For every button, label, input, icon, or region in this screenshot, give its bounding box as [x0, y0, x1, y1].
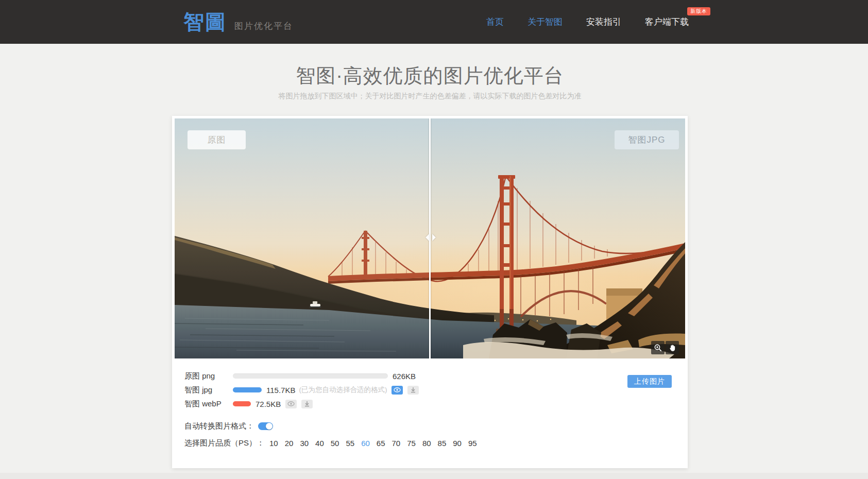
file-size: 115.7KB — [266, 386, 295, 395]
download-icon — [410, 387, 416, 393]
quality-option-40[interactable]: 40 — [315, 439, 324, 448]
main-card: 原图 智图JPG — [172, 116, 688, 468]
preview-jpg-button[interactable] — [392, 386, 403, 395]
download-webp-button[interactable] — [301, 400, 313, 408]
nav-item-about[interactable]: 关于智图 — [527, 16, 563, 28]
format-label: 原图 png — [184, 371, 233, 381]
nav-item-client-download[interactable]: 客户端下载 新版本 — [645, 16, 689, 28]
compare-slider-handle[interactable] — [429, 118, 431, 358]
quality-options: 10 20 30 40 50 55 60 65 70 75 80 85 90 9… — [269, 439, 477, 448]
auto-format-note: (已为您自动选择合适的格式) — [299, 385, 387, 395]
image-compare-dropzone[interactable]: 原图 智图JPG — [175, 118, 685, 358]
original-image-label: 原图 — [188, 130, 246, 149]
magnifier-plus-icon — [654, 344, 662, 352]
quality-option-60-selected[interactable]: 60 — [361, 439, 370, 448]
main-nav: 首页 关于智图 安装指引 客户端下载 新版本 — [486, 0, 689, 44]
toggle-knob — [266, 423, 273, 430]
download-jpg-button[interactable] — [407, 386, 419, 395]
page-subtitle: 将图片拖放到下图区域中；关于对比图片时产生的色差偏差，请以实际下载的图片色差对比… — [172, 92, 688, 101]
file-size: 72.5KB — [256, 400, 281, 408]
auto-convert-row: 自动转换图片格式： — [184, 421, 273, 431]
logo[interactable]: 智圖 图片优化平台 — [183, 0, 293, 44]
auto-convert-label: 自动转换图片格式： — [184, 421, 254, 431]
eye-icon — [287, 401, 295, 406]
slider-arrow-left-icon — [422, 234, 429, 241]
quality-option-55[interactable]: 55 — [346, 439, 354, 448]
page-title: 智图·高效优质的图片优化平台 — [172, 63, 688, 89]
app-header: 智圖 图片优化平台 首页 关于智图 安装指引 客户端下载 新版本 — [0, 0, 868, 44]
quality-option-75[interactable]: 75 — [407, 439, 416, 448]
logo-text: 智圖 — [183, 0, 227, 44]
file-size: 626KB — [393, 372, 416, 381]
new-version-badge: 新版本 — [687, 7, 710, 15]
photo-toolbar — [651, 341, 679, 354]
quality-row: 选择图片品质（PS）： 10 20 30 40 50 55 60 65 70 7… — [184, 438, 477, 448]
quality-option-85[interactable]: 85 — [438, 439, 447, 448]
result-row-jpg: 智图 jpg 115.7KB (已为您自动选择合适的格式) — [184, 385, 419, 395]
result-row-original-png: 原图 png 626KB — [184, 371, 416, 381]
quality-option-80[interactable]: 80 — [422, 439, 431, 448]
eye-icon — [394, 387, 401, 392]
quality-option-50[interactable]: 50 — [331, 439, 339, 448]
quality-option-20[interactable]: 20 — [285, 439, 294, 448]
size-bar-jpg — [233, 387, 262, 392]
preview-webp-button[interactable] — [285, 400, 297, 408]
quality-option-65[interactable]: 65 — [377, 439, 385, 448]
auto-convert-toggle[interactable] — [258, 422, 273, 430]
quality-option-10[interactable]: 10 — [269, 439, 278, 448]
size-bar-webp — [233, 401, 251, 406]
quality-option-30[interactable]: 30 — [300, 439, 309, 448]
hand-icon — [668, 344, 677, 352]
nav-item-home[interactable]: 首页 — [486, 16, 504, 28]
quality-label: 选择图片品质（PS）： — [184, 438, 264, 448]
quality-option-70[interactable]: 70 — [392, 439, 401, 448]
optimized-image-label: 智图JPG — [615, 130, 679, 149]
upload-image-button[interactable]: 上传图片 — [627, 375, 672, 388]
slider-arrow-right-icon — [432, 234, 439, 241]
result-row-webp: 智图 webP 72.5KB — [184, 399, 313, 409]
nav-item-install-guide[interactable]: 安装指引 — [586, 16, 621, 28]
format-label: 智图 jpg — [184, 385, 233, 395]
footer-strip — [0, 473, 868, 479]
pan-button[interactable] — [666, 341, 679, 354]
quality-option-95[interactable]: 95 — [468, 439, 477, 448]
size-bar-original — [233, 373, 388, 379]
quality-option-90[interactable]: 90 — [453, 439, 462, 448]
format-label: 智图 webP — [184, 399, 233, 409]
logo-tagline: 图片优化平台 — [234, 20, 293, 44]
zoom-in-button[interactable] — [651, 341, 665, 354]
download-icon — [304, 401, 310, 407]
